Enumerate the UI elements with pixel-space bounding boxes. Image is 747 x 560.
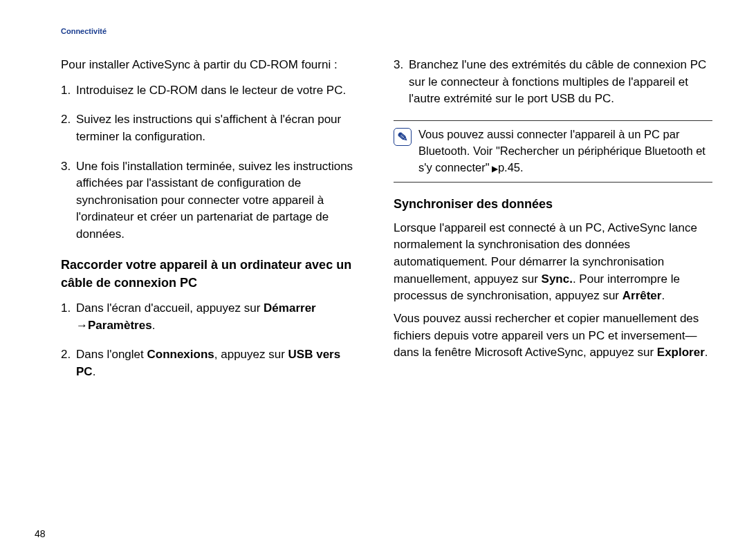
install-steps-list: Introduisez le CD-ROM dans le lecteur de… <box>61 82 353 243</box>
para-text: . <box>661 289 665 302</box>
list-item: Une fois l'installation terminée, suivez… <box>61 158 353 243</box>
sync-paragraph-2: Vous pouvez aussi rechercher et copier m… <box>394 310 712 362</box>
intro-text: Pour installer ActiveSync à partir du CD… <box>61 57 353 74</box>
list-item: Branchez l'une des extrémités du câble d… <box>394 57 712 108</box>
bold-text: Arrêter <box>622 289 662 302</box>
note-text: Vous pouvez aussi connecter l'appareil à… <box>418 127 712 176</box>
step-text: Dans l'écran d'accueil, appuyez sur <box>76 301 264 315</box>
list-item: Dans l'onglet Connexions, appuyez sur US… <box>61 346 353 380</box>
subheading-connect-cable: Raccorder votre appareil à un ordinateur… <box>61 256 353 292</box>
step-text: Dans l'onglet <box>76 348 147 361</box>
two-column-layout: Pour installer ActiveSync à partir du CD… <box>35 57 712 393</box>
arrow-icon <box>76 319 88 332</box>
para-text: Vous pouvez aussi rechercher et copier m… <box>394 312 699 359</box>
subheading-sync-data: Synchroniser des données <box>394 195 712 213</box>
bold-text: Explorer <box>657 346 705 359</box>
note-box: ✎ Vous pouvez aussi connecter l'appareil… <box>394 120 712 183</box>
bold-text: Démarrer <box>264 301 316 315</box>
list-item: Dans l'écran d'accueil, appuyez sur Déma… <box>61 300 353 334</box>
note-content: Vous pouvez aussi connecter l'appareil à… <box>418 128 706 174</box>
pencil-icon: ✎ <box>397 127 409 146</box>
note-icon: ✎ <box>394 128 412 146</box>
connect-steps-list: Dans l'écran d'accueil, appuyez sur Déma… <box>61 300 353 381</box>
para-text: . <box>705 346 708 359</box>
list-item: Introduisez le CD-ROM dans le lecteur de… <box>61 82 353 100</box>
connect-steps-continued: Branchez l'une des extrémités du câble d… <box>394 57 712 108</box>
sync-paragraph-1: Lorsque l'appareil est connecté à un PC,… <box>394 220 712 305</box>
header-section-label: Connectivité <box>61 26 712 37</box>
step-text: . <box>152 319 156 332</box>
bold-text: Paramètres <box>88 319 152 332</box>
bold-text: Connexions <box>147 348 214 361</box>
bold-text: Sync. <box>542 272 573 286</box>
page-number: 48 <box>35 527 46 541</box>
left-column: Pour installer ActiveSync à partir du CD… <box>35 57 353 393</box>
step-text: . <box>93 365 96 378</box>
list-item: Suivez les instructions qui s'affichent … <box>61 111 353 145</box>
note-page-ref: p.45. <box>498 161 524 174</box>
triangle-icon <box>490 161 498 174</box>
right-column: Branchez l'une des extrémités du câble d… <box>394 57 712 393</box>
step-text: , appuyez sur <box>214 348 288 361</box>
